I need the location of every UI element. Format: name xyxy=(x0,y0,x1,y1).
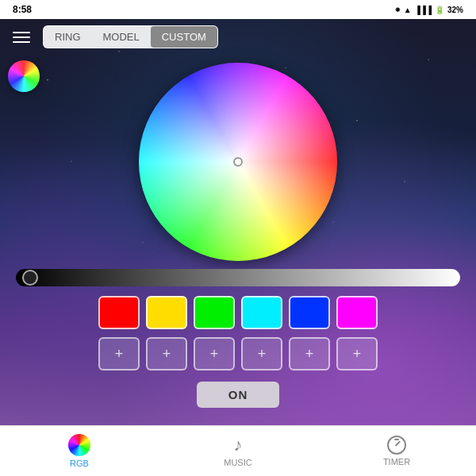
add-slot-1[interactable]: + xyxy=(98,337,140,370)
main-area: RING MODEL CUSTOM xyxy=(0,19,476,425)
bluetooth-icon: ⁕ xyxy=(394,6,401,14)
tab-model[interactable]: MODEL xyxy=(92,26,151,48)
add-slot-3[interactable]: + xyxy=(194,337,235,370)
color-sphere-thumbnail[interactable] xyxy=(8,60,40,92)
wifi-icon: ▲ xyxy=(404,6,412,14)
swatch-cyan[interactable] xyxy=(241,296,282,329)
swatch-red[interactable] xyxy=(98,296,140,329)
bottom-tab-music[interactable]: ♪ MUSIC xyxy=(210,435,266,467)
swatch-blue[interactable] xyxy=(289,296,330,329)
tab-ring[interactable]: RING xyxy=(44,26,92,48)
tab-custom[interactable]: CUSTOM xyxy=(151,26,217,48)
timer-icon xyxy=(387,436,406,455)
color-wheel-container xyxy=(0,63,476,261)
swatch-magenta[interactable] xyxy=(336,296,378,329)
brightness-slider[interactable] xyxy=(16,269,460,286)
swatches-container xyxy=(0,296,476,329)
signal-icon: ▐▐▐ xyxy=(415,6,432,14)
on-btn-container: ON xyxy=(0,382,476,408)
phone-container: 8:58 ⁕ ▲ ▐▐▐ 🔋 32% RING MODEL CUSTOM xyxy=(0,0,476,476)
add-slot-6[interactable]: + xyxy=(336,337,378,370)
brightness-container xyxy=(0,269,476,286)
battery-icon: 🔋 xyxy=(435,6,444,14)
rgb-tab-label: RGB xyxy=(70,459,89,468)
wheel-cursor xyxy=(233,157,243,167)
add-slots-container: + + + + + + xyxy=(0,337,476,370)
status-time: 8:58 xyxy=(13,4,32,15)
rgb-icon xyxy=(68,434,90,456)
brightness-thumb xyxy=(22,270,38,286)
top-bar: RING MODEL CUSTOM xyxy=(0,19,476,55)
menu-button[interactable] xyxy=(10,29,33,46)
menu-line-3 xyxy=(13,41,30,43)
color-wheel[interactable] xyxy=(139,63,337,261)
bottom-tab-timer[interactable]: TIMER xyxy=(369,436,424,466)
tab-group: RING MODEL CUSTOM xyxy=(43,25,218,48)
battery-pct: 32% xyxy=(447,6,463,14)
add-slot-5[interactable]: + xyxy=(289,337,330,370)
music-icon: ♪ xyxy=(234,435,243,455)
bottom-tab-rgb[interactable]: RGB xyxy=(52,434,107,468)
status-icons: ⁕ ▲ ▐▐▐ 🔋 32% xyxy=(394,6,463,14)
swatch-green[interactable] xyxy=(194,296,235,329)
add-slot-4[interactable]: + xyxy=(241,337,282,370)
add-slot-2[interactable]: + xyxy=(146,337,187,370)
on-button[interactable]: ON xyxy=(197,382,280,408)
menu-line-1 xyxy=(13,32,30,33)
bottom-bar: RGB ♪ MUSIC TIMER xyxy=(0,425,476,476)
status-bar: 8:58 ⁕ ▲ ▐▐▐ 🔋 32% xyxy=(0,0,476,19)
music-tab-label: MUSIC xyxy=(224,458,251,467)
swatch-yellow[interactable] xyxy=(146,296,187,329)
timer-tab-label: TIMER xyxy=(383,457,410,466)
menu-line-2 xyxy=(13,36,30,38)
